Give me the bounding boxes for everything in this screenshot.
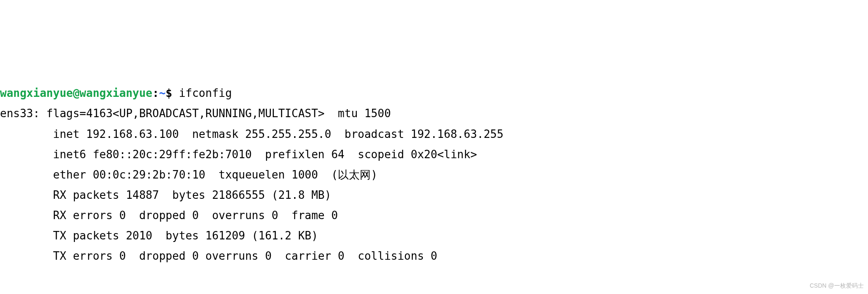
ifconfig-line-rx-errors: RX errors 0 dropped 0 overruns 0 frame 0: [0, 209, 338, 222]
ifconfig-line-tx-packets: TX packets 2010 bytes 161209 (161.2 KB): [0, 229, 318, 242]
ifconfig-line-inet6: inet6 fe80::20c:29ff:fe2b:7010 prefixlen…: [0, 148, 477, 161]
ifconfig-line-ether: ether 00:0c:29:2b:70:10 txqueuelen 1000 …: [0, 168, 378, 181]
ifconfig-line-tx-errors: TX errors 0 dropped 0 overruns 0 carrier…: [0, 250, 437, 262]
watermark-text: CSDN @一枚爱码士: [810, 280, 864, 291]
ifconfig-line-inet: inet 192.168.63.100 netmask 255.255.255.…: [0, 128, 504, 140]
prompt-path: ~: [159, 87, 166, 99]
ifconfig-line-rx-packets: RX packets 14887 bytes 21866555 (21.8 MB…: [0, 189, 331, 201]
prompt-dollar: $: [165, 87, 172, 99]
ifconfig-line-interface: ens33: flags=4163<UP,BROADCAST,RUNNING,M…: [0, 107, 391, 120]
command-entered[interactable]: ifconfig: [179, 87, 232, 99]
prompt-separator: :: [152, 87, 159, 99]
prompt-user-host: wangxianyue@wangxianyue: [0, 87, 152, 99]
terminal-output: wangxianyue@wangxianyue:~$ ifconfig ens3…: [0, 83, 868, 266]
command-text: [172, 87, 179, 99]
